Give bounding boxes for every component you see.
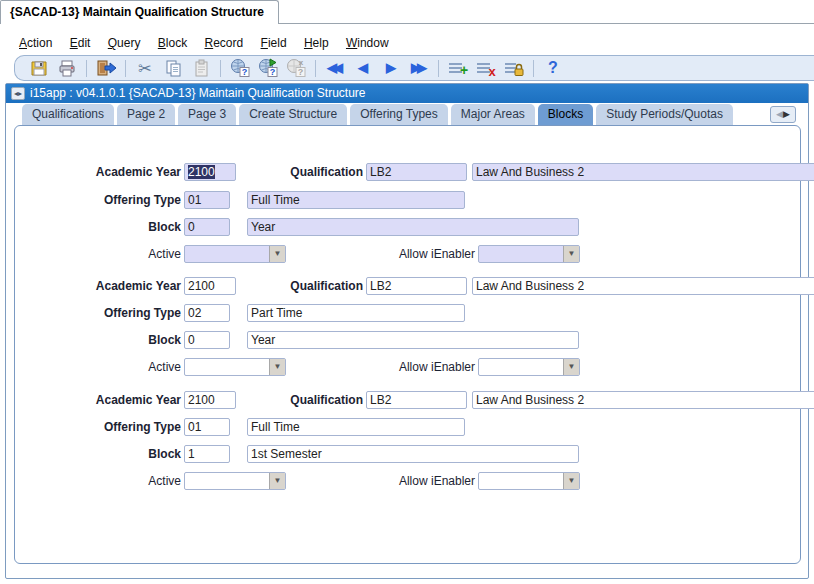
- svg-text:?: ?: [298, 67, 304, 77]
- qualification-field[interactable]: LB2: [366, 163, 467, 181]
- menu-help[interactable]: Help: [299, 35, 334, 51]
- active-label: Active: [51, 358, 181, 376]
- menu-action[interactable]: Action: [14, 35, 57, 51]
- academic-year-label: Academic Year: [51, 277, 181, 295]
- offering-type-desc-field[interactable]: Part Time: [247, 304, 465, 322]
- menu-record[interactable]: Record: [200, 35, 249, 51]
- toolbar-separator: [86, 60, 87, 77]
- tab-blocks[interactable]: Blocks: [538, 104, 593, 125]
- offering-type-label: Offering Type: [51, 418, 181, 436]
- menu-field[interactable]: Field: [256, 35, 292, 51]
- qualification-desc-field[interactable]: Law And Business 2: [472, 391, 814, 409]
- allow-ienabler-label: Allow iEnabler: [371, 472, 475, 490]
- svg-text:?: ?: [242, 67, 248, 77]
- print-icon[interactable]: [55, 58, 79, 78]
- insert-record-icon[interactable]: +: [446, 58, 470, 78]
- block-field[interactable]: 1: [184, 445, 230, 463]
- selected-text: 2100: [188, 165, 215, 179]
- dropdown-arrow-icon: ▼: [269, 246, 285, 262]
- tab-major-areas[interactable]: Major Areas: [451, 104, 535, 125]
- lock-record-icon[interactable]: [502, 58, 526, 78]
- academic-year-label: Academic Year: [51, 391, 181, 409]
- offering-type-field[interactable]: 02: [184, 304, 230, 322]
- toolbar-separator: [315, 60, 316, 77]
- exit-icon[interactable]: [94, 58, 118, 78]
- block-label: Block: [51, 445, 181, 463]
- toolbar-separator: [438, 60, 439, 77]
- copy-icon[interactable]: [161, 58, 185, 78]
- qualification-label: Qualification: [251, 277, 363, 295]
- allow-ienabler-select[interactable]: ▼: [478, 358, 580, 376]
- active-select[interactable]: ▼: [184, 472, 286, 490]
- delete-record-icon[interactable]: x: [474, 58, 498, 78]
- tab-offering-types[interactable]: Offering Types: [350, 104, 448, 125]
- tab-strip: Qualifications Page 2 Page 3 Create Stru…: [6, 104, 808, 125]
- qualification-field[interactable]: LB2: [366, 277, 467, 295]
- academic-year-field[interactable]: 2100: [184, 163, 236, 181]
- form-title-text: i15app : v04.1.0.1 {SACAD-13} Maintain Q…: [30, 86, 366, 100]
- tab-create-structure[interactable]: Create Structure: [239, 104, 347, 125]
- block-desc-field[interactable]: Year: [247, 218, 579, 236]
- save-icon[interactable]: [27, 58, 51, 78]
- tab-study-periods-quotas[interactable]: Study Periods/Quotas: [596, 104, 733, 125]
- offering-type-desc-field[interactable]: Full Time: [247, 418, 465, 436]
- qualification-desc-field[interactable]: Law And Business 2: [472, 277, 814, 295]
- offering-type-label: Offering Type: [51, 191, 181, 209]
- allow-ienabler-label: Allow iEnabler: [371, 358, 475, 376]
- form-window-frame: ◂▸ i15app : v04.1.0.1 {SACAD-13} Maintai…: [5, 83, 809, 579]
- tab-page-2[interactable]: Page 2: [117, 104, 175, 125]
- block-label: Block: [51, 218, 181, 236]
- next-record-icon[interactable]: ▶: [379, 58, 403, 78]
- menu-block[interactable]: Block: [153, 35, 192, 51]
- paste-icon[interactable]: [189, 58, 213, 78]
- tab-qualifications[interactable]: Qualifications: [22, 104, 114, 125]
- cut-icon[interactable]: ✂: [133, 58, 157, 78]
- academic-year-field[interactable]: 2100: [184, 391, 236, 409]
- svg-text:+: +: [460, 62, 468, 78]
- svg-text:x: x: [299, 58, 304, 67]
- block-field[interactable]: 0: [184, 218, 230, 236]
- qualification-label: Qualification: [251, 391, 363, 409]
- window-title: {SACAD-13} Maintain Qualification Struct…: [0, 0, 279, 24]
- qualification-field[interactable]: LB2: [366, 391, 467, 409]
- block-desc-field[interactable]: 1st Semester: [247, 445, 579, 463]
- block-desc-field[interactable]: Year: [247, 331, 579, 349]
- allow-ienabler-select[interactable]: ▼: [478, 472, 580, 490]
- block-field[interactable]: 0: [184, 331, 230, 349]
- tab-scroll-right-icon: ▶: [783, 109, 790, 119]
- academic-year-field[interactable]: 2100: [184, 277, 236, 295]
- form-title-bar: ◂▸ i15app : v04.1.0.1 {SACAD-13} Maintai…: [6, 84, 808, 103]
- block-label: Block: [51, 331, 181, 349]
- offering-type-desc-field[interactable]: Full Time: [247, 191, 465, 209]
- blocks-tab-panel: Academic Year 2100 Qualification LB2 Law…: [14, 125, 801, 564]
- active-select[interactable]: ▼: [184, 245, 286, 263]
- offering-type-field[interactable]: 01: [184, 418, 230, 436]
- menu-query[interactable]: Query: [103, 35, 146, 51]
- allow-ienabler-label: Allow iEnabler: [371, 245, 475, 263]
- toolbar: ✂ ? ? x? ◀◀ ◀ ▶ ▶▶ + x ?: [14, 55, 814, 81]
- toolbar-separator: [125, 60, 126, 77]
- last-record-icon[interactable]: ▶▶: [407, 58, 431, 78]
- offering-type-field[interactable]: 01: [184, 191, 230, 209]
- first-record-icon[interactable]: ◀◀: [323, 58, 347, 78]
- qualification-label: Qualification: [251, 163, 363, 181]
- window-nav-icon[interactable]: ◂▸: [11, 87, 25, 100]
- qualification-desc-field[interactable]: Law And Business 2: [472, 163, 814, 181]
- offering-type-label: Offering Type: [51, 304, 181, 322]
- dropdown-arrow-icon: ▼: [563, 246, 579, 262]
- menu-window[interactable]: Window: [341, 35, 394, 51]
- toolbar-separator: [533, 60, 534, 77]
- allow-ienabler-select[interactable]: ▼: [478, 245, 580, 263]
- previous-record-icon[interactable]: ◀: [351, 58, 375, 78]
- tab-scroll-button[interactable]: ◀▶: [770, 106, 796, 123]
- svg-text:x: x: [488, 64, 496, 79]
- execute-query-icon[interactable]: ?: [256, 58, 280, 78]
- help-icon[interactable]: ?: [541, 58, 565, 78]
- cancel-query-icon[interactable]: x?: [284, 58, 308, 78]
- menu-edit[interactable]: Edit: [65, 35, 96, 51]
- tab-page-3[interactable]: Page 3: [178, 104, 236, 125]
- active-select[interactable]: ▼: [184, 358, 286, 376]
- enter-query-icon[interactable]: ?: [228, 58, 252, 78]
- dropdown-arrow-icon: ▼: [269, 359, 285, 375]
- active-label: Active: [51, 245, 181, 263]
